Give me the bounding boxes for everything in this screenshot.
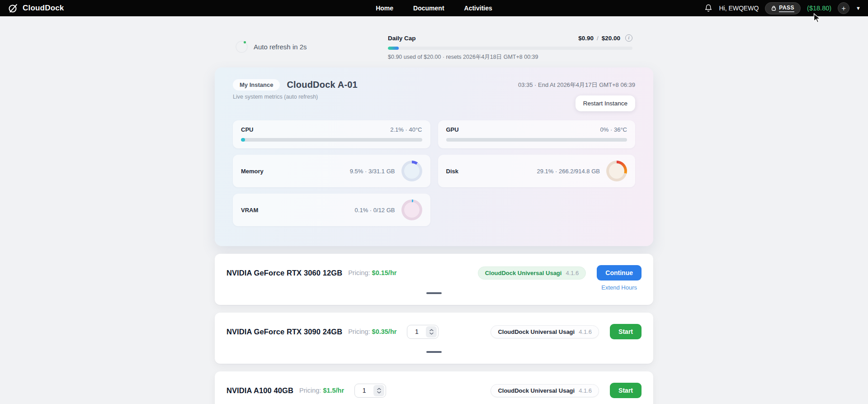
- top-navbar: CloudDock Home Document Activities Hi, E…: [0, 0, 868, 16]
- gpu-price: $0.35/hr: [372, 328, 397, 335]
- auto-refresh-indicator: Auto refresh in 2s: [236, 41, 307, 53]
- metric-card-memory: Memory 9.5% · 3/31.1 GB: [233, 155, 430, 187]
- metric-card-disk: Disk 29.1% · 266.2/914.8 GB: [438, 155, 636, 187]
- gpu-actions: CloudDock Universal Usagi 4.1.6 Start: [491, 324, 642, 339]
- gpu-info: NVIDIA A100 40GB Pricing:$1.5/hr 1: [226, 384, 386, 398]
- gpu-card-a100: NVIDIA A100 40GB Pricing:$1.5/hr 1 Cloud…: [215, 371, 653, 404]
- gpu-name: NVIDIA GeForce RTX 3090 24GB: [226, 328, 342, 336]
- image-badge: CloudDock Universal Usagi 4.1.6: [491, 325, 599, 338]
- metric-value: 29.1% · 266.2/914.8 GB: [537, 168, 600, 175]
- nav-item-activities[interactable]: Activities: [464, 5, 492, 12]
- info-icon[interactable]: i: [625, 34, 632, 42]
- nav-item-document[interactable]: Document: [413, 5, 444, 12]
- instance-name: CloudDock A-01: [287, 80, 358, 90]
- session-end-time: 03:35 · End At 2026年4月17日 GMT+8 06:39: [518, 81, 635, 89]
- stepper-arrows-icon[interactable]: [426, 326, 437, 337]
- user-greeting: Hi, EWQEWQ: [719, 5, 759, 12]
- image-name: CloudDock Universal Usagi: [498, 328, 575, 335]
- my-instance-badge: My Instance: [233, 79, 280, 90]
- image-badge: CloudDock Universal Usagi 4.1.6: [478, 266, 586, 280]
- image-name: CloudDock Universal Usagi: [498, 387, 575, 394]
- metrics-grid: CPU 2.1% · 40°C GPU 0% · 36°C Memory 9.5…: [233, 120, 635, 226]
- quantity-value: 1: [407, 328, 426, 335]
- gpu-price: $1.5/hr: [323, 387, 344, 394]
- gpu-card-rtx3090: NVIDIA GeForce RTX 3090 24GB Pricing:$0.…: [215, 313, 653, 364]
- metric-value: 2.1% · 40°C: [390, 126, 422, 133]
- account-balance: ($18.80): [807, 5, 831, 12]
- stepper-arrows-icon[interactable]: [373, 385, 384, 396]
- brand[interactable]: CloudDock: [7, 3, 64, 14]
- daily-cap-widget: Daily Cap $0.90 / $20.00 i $0.90 used of…: [388, 34, 632, 61]
- main-content: Auto refresh in 2s Daily Cap $0.90 / $20…: [215, 34, 653, 404]
- quantity-value: 1: [355, 387, 373, 394]
- cpu-usage-bar: [241, 138, 422, 142]
- quantity-stepper[interactable]: 1: [354, 384, 386, 398]
- start-button[interactable]: Start: [610, 383, 642, 398]
- daily-cap-progressbar: [388, 47, 632, 50]
- metric-label: Memory: [241, 168, 264, 175]
- gpu-info: NVIDIA GeForce RTX 3060 12GB Pricing:$0.…: [226, 269, 396, 277]
- vram-usage-ring: [401, 200, 422, 220]
- metric-label: VRAM: [241, 207, 258, 214]
- metric-value: 9.5% · 3/31.1 GB: [350, 168, 395, 175]
- nav-item-home[interactable]: Home: [376, 5, 393, 12]
- gpu-name: NVIDIA A100 40GB: [226, 386, 293, 395]
- image-name: CloudDock Universal Usagi: [485, 270, 562, 276]
- quantity-stepper[interactable]: 1: [407, 325, 439, 339]
- metric-label: GPU: [446, 126, 459, 133]
- image-version: 4.1.6: [579, 328, 592, 335]
- daily-cap-limit: $20.00: [602, 35, 620, 42]
- expand-handle[interactable]: [426, 351, 442, 353]
- instance-head-right: 03:35 · End At 2026年4月17日 GMT+8 06:39 Re…: [518, 79, 635, 111]
- daily-cap-values: $0.90 / $20.00 i: [578, 34, 632, 42]
- clouddock-logo-icon: [7, 3, 19, 14]
- gpu-actions: CloudDock Universal Usagi 4.1.6 Continue…: [478, 265, 642, 280]
- gpu-name: NVIDIA GeForce RTX 3060 12GB: [226, 269, 342, 277]
- daily-cap-progress-fill: [388, 47, 399, 50]
- auto-refresh-label: Auto refresh in 2s: [254, 43, 307, 51]
- gpu-pricing: Pricing:$0.15/hr: [348, 269, 396, 276]
- gpu-usage-bar: [446, 138, 627, 142]
- instance-subtitle: Live system metrics (auto refresh): [233, 94, 358, 100]
- continue-button[interactable]: Continue: [597, 265, 642, 280]
- gpu-pricing: Pricing:$0.35/hr: [348, 328, 396, 335]
- top-status-row: Auto refresh in 2s Daily Cap $0.90 / $20…: [215, 34, 653, 61]
- lock-icon: [771, 5, 776, 11]
- gpu-price: $0.15/hr: [372, 269, 397, 276]
- disk-usage-ring: [606, 161, 627, 181]
- user-menu-caret-icon[interactable]: ▼: [856, 5, 861, 11]
- gpu-info: NVIDIA GeForce RTX 3090 24GB Pricing:$0.…: [226, 325, 439, 339]
- notification-bell-icon[interactable]: [704, 4, 712, 12]
- image-version: 4.1.6: [579, 387, 592, 394]
- metric-card-gpu: GPU 0% · 36°C: [438, 120, 636, 148]
- memory-usage-ring: [401, 161, 422, 181]
- pass-badge[interactable]: PASS: [765, 2, 801, 14]
- daily-cap-used: $0.90: [578, 35, 594, 42]
- restart-instance-button[interactable]: Restart Instance: [576, 95, 635, 111]
- instance-panel: My Instance CloudDock A-01 Live system m…: [215, 67, 653, 246]
- main-nav: Home Document Activities: [376, 5, 492, 12]
- extend-hours-link[interactable]: Extend Hours: [601, 284, 637, 291]
- gpu-pricing: Pricing:$1.5/hr: [299, 387, 344, 394]
- daily-cap-caption: $0.90 used of $20.00 · resets 2026年4月18日…: [388, 53, 632, 61]
- pass-label: PASS: [779, 5, 794, 12]
- metric-label: Disk: [446, 168, 458, 175]
- start-button[interactable]: Start: [610, 324, 642, 339]
- gpu-card-rtx3060: NVIDIA GeForce RTX 3060 12GB Pricing:$0.…: [215, 254, 653, 305]
- metric-card-cpu: CPU 2.1% · 40°C: [233, 120, 430, 148]
- image-badge: CloudDock Universal Usagi 4.1.6: [491, 384, 599, 397]
- navbar-right: Hi, EWQEWQ PASS ($18.80) + ▼: [704, 2, 861, 14]
- add-funds-button[interactable]: +: [838, 2, 849, 14]
- metric-value: 0.1% · 0/12 GB: [355, 207, 395, 214]
- daily-cap-title: Daily Cap: [388, 35, 416, 42]
- instance-head-left: My Instance CloudDock A-01 Live system m…: [233, 79, 358, 100]
- metric-value: 0% · 36°C: [600, 126, 627, 133]
- gpu-actions: CloudDock Universal Usagi 4.1.6 Start: [491, 383, 642, 398]
- daily-cap-separator: /: [597, 35, 599, 42]
- refresh-spinner-icon: [236, 41, 248, 53]
- metric-card-vram: VRAM 0.1% · 0/12 GB: [233, 194, 430, 226]
- expand-handle[interactable]: [426, 292, 442, 294]
- metric-label: CPU: [241, 126, 253, 133]
- image-version: 4.1.6: [566, 270, 579, 276]
- brand-name: CloudDock: [23, 4, 64, 13]
